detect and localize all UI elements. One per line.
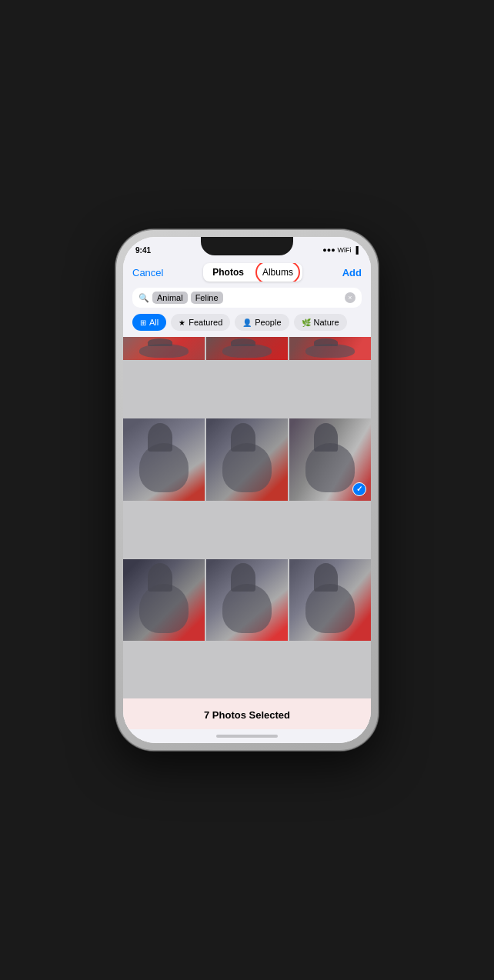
filter-tab-featured[interactable]: ★ Featured bbox=[171, 314, 230, 331]
search-clear-button[interactable]: × bbox=[345, 292, 355, 303]
search-icon: 🔍 bbox=[139, 293, 149, 303]
photo-cell-partial-3[interactable] bbox=[289, 337, 371, 360]
search-bar[interactable]: 🔍 Animal Feline × bbox=[132, 288, 362, 308]
people-label: People bbox=[255, 318, 281, 327]
status-icons: ●●● WiFi ▐ bbox=[322, 246, 359, 254]
status-time: 9:41 bbox=[135, 246, 151, 255]
home-bar bbox=[216, 735, 278, 738]
photo-cell-partial-1[interactable] bbox=[123, 337, 205, 360]
photo-cell-2[interactable] bbox=[206, 418, 288, 500]
photo-cell-3[interactable] bbox=[289, 418, 371, 500]
photo-cell-partial-2[interactable] bbox=[206, 337, 288, 360]
nav-tabs: Photos Albums bbox=[203, 263, 302, 282]
photo-cell-6[interactable] bbox=[289, 559, 371, 641]
filter-tabs: ⊞ All ★ Featured 👤 People 🌿 Nature bbox=[132, 314, 362, 331]
filter-tab-nature[interactable]: 🌿 Nature bbox=[294, 314, 347, 331]
home-indicator bbox=[123, 729, 371, 743]
albums-tab[interactable]: Albums bbox=[253, 263, 302, 282]
battery-icon: ▐ bbox=[354, 246, 359, 254]
nature-icon: 🌿 bbox=[302, 318, 311, 327]
all-label: All bbox=[149, 318, 159, 327]
photo-grid bbox=[123, 337, 371, 698]
add-button[interactable]: Add bbox=[342, 267, 362, 278]
filter-tab-people[interactable]: 👤 People bbox=[235, 314, 289, 331]
cancel-button[interactable]: Cancel bbox=[132, 267, 163, 278]
signal-icon: ●●● bbox=[322, 246, 335, 254]
checkmark-badge bbox=[352, 482, 366, 496]
featured-label: Featured bbox=[189, 318, 222, 327]
filter-tab-all[interactable]: ⊞ All bbox=[132, 314, 166, 331]
phone-frame: 9:41 ●●● WiFi ▐ Cancel Photos Albums bbox=[115, 229, 379, 751]
featured-icon: ★ bbox=[179, 318, 185, 327]
nature-label: Nature bbox=[314, 318, 339, 327]
selected-count: 7 Photos Selected bbox=[204, 709, 290, 721]
bottom-bar: 7 Photos Selected bbox=[123, 698, 371, 729]
search-tag-animal[interactable]: Animal bbox=[152, 292, 188, 304]
notch bbox=[201, 237, 293, 255]
photos-tab[interactable]: Photos bbox=[203, 263, 253, 282]
photo-cell-1[interactable] bbox=[123, 418, 205, 500]
phone-screen: 9:41 ●●● WiFi ▐ Cancel Photos Albums bbox=[123, 237, 371, 743]
header: Cancel Photos Albums Add 🔍 Animal Feline bbox=[123, 258, 371, 337]
photo-cell-4[interactable] bbox=[123, 559, 205, 641]
search-tag-feline[interactable]: Feline bbox=[191, 292, 223, 304]
screen-content: 9:41 ●●● WiFi ▐ Cancel Photos Albums bbox=[123, 237, 371, 743]
header-nav: Cancel Photos Albums Add bbox=[132, 263, 362, 282]
wifi-icon: WiFi bbox=[338, 246, 352, 254]
photo-cell-5[interactable] bbox=[206, 559, 288, 641]
people-icon: 👤 bbox=[242, 318, 252, 327]
all-icon: ⊞ bbox=[140, 318, 146, 327]
